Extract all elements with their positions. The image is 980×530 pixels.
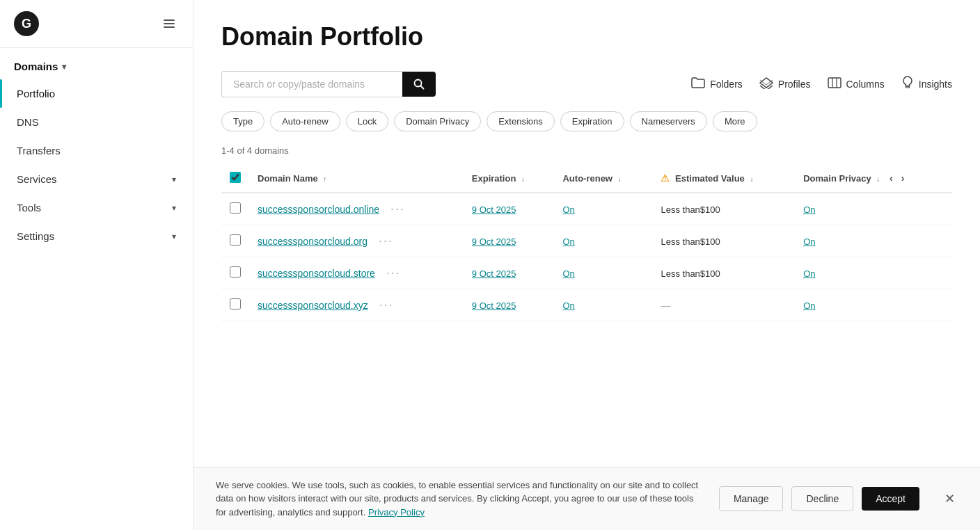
col-header-estimated-value[interactable]: ⚠ Estimated Value ↓ [652, 164, 795, 193]
columns-button[interactable]: Columns [828, 77, 885, 93]
filter-lock[interactable]: Lock [346, 111, 388, 131]
toolbar: Folders Profiles [221, 71, 952, 97]
filter-type[interactable]: Type [221, 111, 264, 131]
chevron-down-icon: ▾ [172, 203, 176, 213]
layers-icon [759, 77, 773, 93]
estimated-value-cell: — [652, 289, 795, 321]
row-checkbox-cell [221, 289, 249, 321]
row-select-checkbox[interactable] [230, 234, 241, 246]
filter-extensions[interactable]: Extensions [487, 111, 555, 131]
auto-renew-link[interactable]: On [562, 300, 574, 311]
table-row: successsponsorcloud.xyz ··· 9 Oct 2025 O… [221, 289, 952, 321]
row-select-checkbox[interactable] [230, 298, 241, 310]
sidebar-item-services[interactable]: Services ▾ [0, 165, 193, 193]
sidebar-item-tools[interactable]: Tools ▾ [0, 193, 193, 222]
expiration-link[interactable]: 9 Oct 2025 [472, 268, 516, 279]
row-checkbox-cell [221, 257, 249, 289]
domain-link[interactable]: successsponsorcloud.xyz [258, 300, 368, 311]
filter-nameservers[interactable]: Nameservers [630, 111, 707, 131]
auto-renew-cell: On [554, 225, 652, 257]
domain-count: 1-4 of 4 domains [221, 145, 952, 156]
row-options-button[interactable]: ··· [379, 234, 393, 248]
domain-privacy-cell: On [795, 193, 952, 225]
sidebar-item-transfers[interactable]: Transfers [0, 136, 193, 165]
domain-link[interactable]: successsponsorcloud.store [258, 268, 375, 279]
auto-renew-link[interactable]: On [562, 236, 574, 247]
col-header-domain-privacy[interactable]: Domain Privacy ↓ ‹ › [795, 164, 952, 193]
row-select-checkbox[interactable] [230, 202, 241, 214]
lightbulb-icon [901, 76, 914, 93]
domain-privacy-link[interactable]: On [803, 204, 815, 215]
select-all-checkbox[interactable] [230, 172, 241, 183]
collapse-sidebar-button[interactable] [159, 14, 179, 33]
sort-desc-icon: ↓ [750, 175, 753, 183]
expiration-link[interactable]: 9 Oct 2025 [472, 204, 516, 215]
folders-label: Folders [710, 79, 743, 90]
expiration-cell: 9 Oct 2025 [464, 225, 555, 257]
profiles-button[interactable]: Profiles [759, 77, 811, 93]
estimated-value: Less than$100 [661, 204, 720, 215]
columns-label: Columns [846, 79, 885, 90]
toolbar-actions: Folders Profiles [691, 76, 952, 93]
domain-link[interactable]: successsponsorcloud.online [258, 204, 379, 215]
auto-renew-cell: On [554, 193, 652, 225]
col-header-domain-name[interactable]: Domain Name ↑ [249, 164, 464, 193]
profiles-label: Profiles [778, 79, 811, 90]
col-header-expiration[interactable]: Expiration ↓ [464, 164, 555, 193]
sidebar-nav: Domains ▾ Portfolio DNS Transfers Servic… [0, 48, 193, 530]
chevron-down-icon: ▾ [62, 62, 66, 72]
expiration-link[interactable]: 9 Oct 2025 [472, 300, 516, 311]
svg-rect-3 [164, 23, 175, 24]
filter-more[interactable]: More [713, 111, 757, 131]
col-header-auto-renew[interactable]: Auto-renew ↓ [554, 164, 652, 193]
domain-privacy-link[interactable]: On [803, 300, 815, 311]
auto-renew-link[interactable]: On [562, 268, 574, 279]
cookie-decline-button[interactable]: Decline [791, 486, 853, 511]
cookie-banner: We serve cookies. We use tools, such as … [193, 467, 980, 531]
domain-link[interactable]: successsponsorcloud.org [258, 236, 368, 247]
main-content: Domain Portfolio [193, 0, 980, 467]
sidebar-domains-dropdown[interactable]: Domains ▾ [0, 54, 193, 79]
row-options-button[interactable]: ··· [390, 202, 405, 216]
cookie-close-button[interactable]: ✕ [942, 488, 958, 509]
col-scroll-left-button[interactable]: ‹ [887, 171, 896, 185]
domain-privacy-link[interactable]: On [803, 236, 815, 247]
row-checkbox-cell [221, 225, 249, 257]
sidebar-item-label: Transfers [17, 145, 61, 156]
table-row: successsponsorcloud.org ··· 9 Oct 2025 O… [221, 225, 952, 257]
sort-asc-icon: ↑ [323, 175, 326, 183]
cookie-manage-button[interactable]: Manage [719, 486, 784, 511]
search-input[interactable] [221, 71, 402, 97]
folders-button[interactable]: Folders [691, 77, 743, 93]
filter-domain-privacy[interactable]: Domain Privacy [394, 111, 481, 131]
filter-auto-renew[interactable]: Auto-renew [270, 111, 340, 131]
sidebar-item-label: Portfolio [17, 88, 55, 99]
sidebar-header: G [0, 0, 193, 48]
row-select-checkbox[interactable] [230, 266, 241, 278]
estimated-value-cell: Less than$100 [652, 257, 795, 289]
filter-expiration[interactable]: Expiration [560, 111, 624, 131]
domain-privacy-link[interactable]: On [803, 268, 815, 279]
search-button[interactable] [402, 72, 436, 97]
row-options-button[interactable]: ··· [386, 266, 401, 280]
auto-renew-link[interactable]: On [562, 204, 574, 215]
columns-icon [828, 77, 841, 93]
warning-icon: ⚠ [661, 172, 670, 184]
insights-button[interactable]: Insights [901, 76, 952, 93]
sidebar-item-settings[interactable]: Settings ▾ [0, 222, 193, 250]
folder-icon [691, 77, 705, 93]
chevron-down-icon: ▾ [172, 175, 176, 184]
col-scroll-right-button[interactable]: › [899, 171, 908, 185]
insights-label: Insights [919, 79, 952, 90]
sort-desc-icon: ↓ [618, 175, 622, 183]
cookie-accept-button[interactable]: Accept [862, 487, 919, 511]
row-checkbox-cell [221, 193, 249, 225]
row-options-button[interactable]: ··· [379, 298, 394, 312]
domain-name-cell: successsponsorcloud.xyz ··· [249, 289, 464, 321]
expiration-cell: 9 Oct 2025 [464, 193, 555, 225]
privacy-policy-link[interactable]: Privacy Policy [368, 507, 425, 517]
sidebar-item-dns[interactable]: DNS [0, 108, 193, 136]
sidebar-item-portfolio[interactable]: Portfolio [0, 79, 193, 108]
expiration-link[interactable]: 9 Oct 2025 [472, 236, 516, 247]
logo-icon: G [14, 11, 39, 36]
